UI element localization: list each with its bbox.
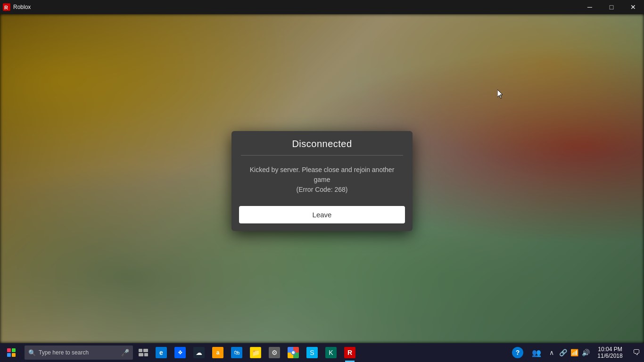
help-icon: ? xyxy=(512,347,523,358)
search-box[interactable]: 🔍 Type here to search 🎤 xyxy=(25,346,133,360)
notification-button[interactable]: 🗨 xyxy=(629,343,644,362)
dialog-header: Disconnected xyxy=(231,131,413,155)
search-placeholder: Type here to search xyxy=(39,349,121,356)
dialog-body: Kicked by server. Please close and rejoi… xyxy=(231,156,413,204)
taskbar-app-skype[interactable]: S xyxy=(303,343,322,362)
taskbar-app-amazon[interactable]: a xyxy=(208,343,227,362)
clock-date: 11/6/2018 xyxy=(597,353,622,359)
svg-rect-4 xyxy=(143,349,148,352)
title-bar: R Roblox ─ □ ✕ xyxy=(0,0,644,14)
tray-speaker-icon[interactable]: 🔊 xyxy=(580,343,591,362)
start-button[interactable] xyxy=(0,343,23,362)
svg-rect-5 xyxy=(139,353,143,356)
disconnected-dialog: Disconnected Kicked by server. Please cl… xyxy=(231,131,413,231)
dialog-message-line2: game xyxy=(314,176,330,183)
dropbox-icon: ❖ xyxy=(174,347,186,358)
edge-icon: e xyxy=(156,347,167,358)
dialog-message-line1: Kicked by server. Please close and rejoi… xyxy=(250,166,395,173)
leave-button[interactable]: Leave xyxy=(239,206,405,223)
microphone-icon: 🎤 xyxy=(121,349,129,356)
minimize-button[interactable]: ─ xyxy=(579,0,601,14)
taskbar-app-chrome[interactable] xyxy=(284,343,303,362)
skype-icon: S xyxy=(306,347,318,358)
system-clock[interactable]: 10:04 PM 11/6/2018 xyxy=(591,343,629,362)
taskbar-app-store[interactable]: 🛍 xyxy=(227,343,246,362)
clock-time: 10:04 PM xyxy=(598,346,622,353)
taskbar-app-edge[interactable]: e xyxy=(152,343,171,362)
kaspersky-icon: K xyxy=(325,347,337,358)
taskbar-app-steam[interactable]: ☁ xyxy=(190,343,208,362)
search-icon: 🔍 xyxy=(28,349,36,356)
window-title: Roblox xyxy=(13,4,579,10)
roblox-icon: R xyxy=(344,347,355,358)
taskbar-app-explorer[interactable]: 📁 xyxy=(246,343,265,362)
taskbar-app-kaspersky[interactable]: K xyxy=(322,343,340,362)
taskbar-app-dropbox[interactable]: ❖ xyxy=(171,343,190,362)
maximize-button[interactable]: □ xyxy=(601,0,622,14)
task-view-button[interactable] xyxy=(135,343,152,362)
amazon-icon: a xyxy=(212,347,223,358)
tray-chevron[interactable]: ∧ xyxy=(546,343,557,362)
taskbar-app-settings[interactable]: ⚙ xyxy=(265,343,284,362)
chrome-icon xyxy=(288,347,299,358)
notification-icon: 🗨 xyxy=(633,348,640,357)
explorer-icon: 📁 xyxy=(250,347,261,358)
svg-rect-6 xyxy=(144,353,148,356)
people-icon: 👥 xyxy=(532,348,541,357)
taskbar: 🔍 Type here to search 🎤 e ❖ ☁ a xyxy=(0,343,644,362)
task-view-icon xyxy=(139,349,148,356)
taskbar-app-help[interactable]: ? xyxy=(508,343,527,362)
windows-logo-icon xyxy=(7,348,16,357)
dialog-footer: Leave xyxy=(231,204,413,231)
store-icon: 🛍 xyxy=(231,347,242,358)
tray-wifi-icon[interactable]: 📶 xyxy=(569,343,580,362)
steam-icon: ☁ xyxy=(193,347,205,358)
taskbar-app-roblox[interactable]: R xyxy=(340,343,359,362)
settings-icon: ⚙ xyxy=(269,347,280,358)
system-tray: ? 👥 ∧ 🔗 📶 🔊 10:04 PM 11/6/2018 🗨 xyxy=(508,343,644,362)
tray-network-icon[interactable]: 🔗 xyxy=(557,343,569,362)
dialog-message-line3: (Error Code: 268) xyxy=(297,186,348,193)
svg-rect-3 xyxy=(139,349,142,352)
svg-text:R: R xyxy=(4,5,8,10)
taskbar-app-people[interactable]: 👥 xyxy=(527,343,546,362)
dialog-title: Disconnected xyxy=(292,139,352,149)
app-icon: R xyxy=(3,3,10,11)
close-button[interactable]: ✕ xyxy=(622,0,644,14)
